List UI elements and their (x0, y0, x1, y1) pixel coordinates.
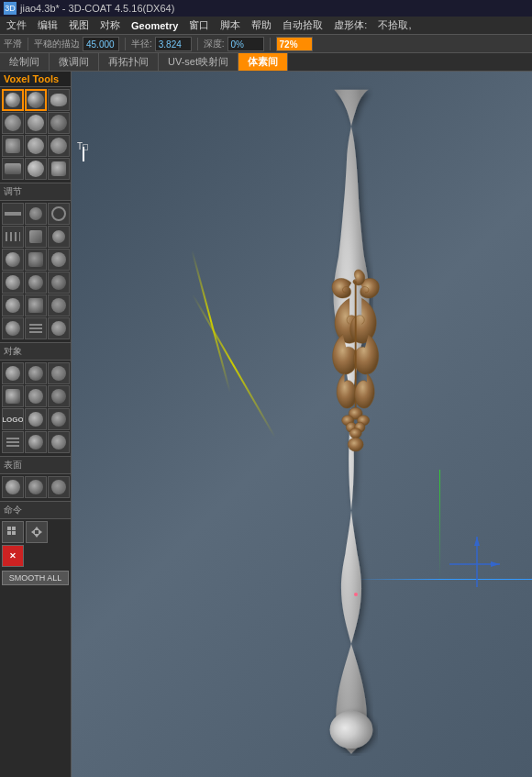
adj-btn-10[interactable] (2, 272, 24, 294)
arrows-icon (30, 526, 43, 538)
obj-btn-1[interactable] (2, 362, 24, 384)
adj-btn-18[interactable] (48, 317, 70, 339)
viewport[interactable]: T□ (72, 72, 532, 777)
cmd-btn-grid[interactable] (2, 521, 24, 543)
obj-btn-9[interactable] (48, 408, 70, 430)
surface-tools-grid (0, 474, 71, 500)
tool-btn-9[interactable] (48, 135, 70, 157)
menu-edit[interactable]: 编辑 (33, 17, 62, 33)
surf-btn-1[interactable] (2, 476, 24, 498)
section-adjust: 调节 (0, 183, 71, 201)
adj-btn-2[interactable] (25, 203, 47, 225)
obj-btn-10[interactable] (2, 431, 24, 453)
menu-file[interactable]: 文件 (2, 17, 31, 33)
menu-help[interactable]: 帮助 (247, 17, 276, 33)
tool-btn-4[interactable] (2, 112, 24, 134)
stroke-value[interactable]: 45.000 (83, 37, 119, 51)
cursor-label: T□ (77, 141, 88, 151)
adj16-icon (6, 321, 20, 336)
obj-btn-6[interactable] (48, 385, 70, 407)
adj-btn-8[interactable] (25, 249, 47, 271)
obj-btn-12[interactable] (48, 431, 70, 453)
scrape-icon (5, 163, 21, 174)
tool-btn-7[interactable] (2, 135, 24, 157)
obj-btn-7-logo[interactable]: LOGO (2, 408, 24, 430)
smooth-all-button[interactable]: SMOOTH ALL (2, 571, 69, 585)
adj-btn-17[interactable] (25, 317, 47, 339)
tool-btn-6[interactable] (48, 112, 70, 134)
surf-btn-3[interactable] (48, 476, 70, 498)
tab-voxel[interactable]: 体素间 (238, 53, 288, 71)
obj3-icon (51, 366, 66, 381)
adj-btn-1[interactable] (2, 203, 24, 225)
command-buttons: ✕ (0, 519, 71, 569)
depth-label: 深度: (204, 38, 225, 50)
tool-btn-5[interactable] (25, 112, 47, 134)
adj-btn-4[interactable] (2, 226, 24, 248)
toolbar-opacity: 72% (276, 37, 313, 51)
selection-dot (354, 593, 358, 596)
tab-sculpt[interactable]: 微调间 (50, 53, 99, 71)
adj-btn-6[interactable] (48, 226, 70, 248)
tabbar: 绘制间 微调间 再拓扑间 UV-set映射间 体素间 (0, 53, 532, 72)
tool-btn-12[interactable] (48, 158, 70, 180)
adj-btn-5[interactable] (25, 226, 47, 248)
cmd-btn-arrows[interactable] (26, 521, 48, 543)
tab-paint[interactable]: 绘制间 (0, 53, 50, 71)
section-object: 对象 (0, 342, 71, 361)
surf2-icon (28, 480, 43, 494)
menu-no-pick[interactable]: 不拾取, (373, 17, 416, 33)
window-title: jiao4.3b* - 3D-COAT 4.5.16(DX64) (20, 3, 174, 14)
menu-virtual[interactable]: 虚形体: (329, 17, 371, 33)
obj-btn-11[interactable] (25, 431, 47, 453)
adj-btn-7[interactable] (2, 249, 24, 271)
svg-point-15 (330, 711, 373, 749)
svg-rect-1 (12, 527, 16, 530)
toolbar-stroke: 平稳的描边 45.000 (34, 37, 119, 51)
depth-value[interactable]: 0% (227, 37, 264, 51)
cmd-btn-delete[interactable]: ✕ (2, 545, 24, 567)
tool-btn-1[interactable] (2, 89, 24, 111)
tool-btn-3[interactable] (48, 89, 70, 111)
adj-btn-9[interactable] (48, 249, 70, 271)
obj-btn-5[interactable] (25, 385, 47, 407)
svg-rect-2 (7, 531, 11, 535)
adj-btn-3[interactable] (48, 203, 70, 225)
adj12-icon (51, 275, 66, 290)
obj4-icon (6, 389, 20, 404)
tool-btn-11[interactable] (25, 158, 47, 180)
obj-btn-4[interactable] (2, 385, 24, 407)
adj-btn-11[interactable] (25, 272, 47, 294)
menu-view[interactable]: 视图 (64, 17, 94, 33)
obj1-icon (6, 366, 20, 381)
adj-btn-13[interactable] (2, 294, 24, 316)
tab-retopo[interactable]: 再拓扑间 (99, 53, 159, 71)
surf-btn-2[interactable] (25, 476, 47, 498)
adj-btn-15[interactable] (48, 294, 70, 316)
tool-btn-2[interactable] (25, 89, 47, 111)
adj-btn-12[interactable] (48, 272, 70, 294)
opacity-value[interactable]: 72% (276, 37, 313, 51)
menu-symmetry[interactable]: 对称 (95, 17, 125, 33)
tool-btn-10[interactable] (2, 158, 24, 180)
toolbar-sep2 (125, 38, 126, 50)
menu-window[interactable]: 窗口 (184, 17, 214, 33)
app-icon: 3D (4, 2, 17, 15)
voxel-tools-header: Voxel Tools (0, 72, 71, 87)
adj-btn-16[interactable] (2, 317, 24, 339)
adj-btn-14[interactable] (25, 294, 47, 316)
obj-btn-8[interactable] (25, 408, 47, 430)
clay-icon (50, 94, 67, 106)
obj-btn-2[interactable] (25, 362, 47, 384)
obj-btn-3[interactable] (48, 362, 70, 384)
sphere2-icon (28, 92, 44, 108)
menu-geometry[interactable]: Geometry (127, 19, 183, 32)
tab-uvset[interactable]: UV-set映射间 (159, 53, 238, 71)
menu-script[interactable]: 脚本 (216, 17, 245, 33)
menu-auto-pick[interactable]: 自动拾取 (278, 17, 327, 33)
tool-btn-8[interactable] (25, 135, 47, 157)
top-tools-grid (0, 87, 71, 182)
smooth-icon (50, 138, 67, 154)
half-value[interactable]: 3.824 (155, 37, 192, 51)
adj18-icon (51, 321, 66, 336)
